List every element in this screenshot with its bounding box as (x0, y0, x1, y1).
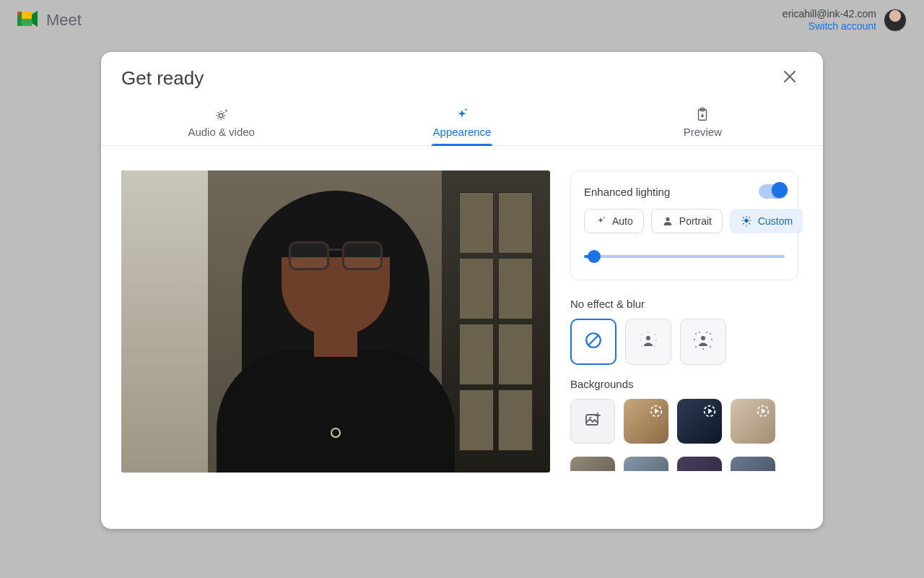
effects-section: No effect & blur (570, 298, 798, 484)
svg-point-13 (640, 340, 641, 341)
backgrounds-title: Backgrounds (570, 378, 798, 390)
svg-point-27 (702, 348, 704, 350)
svg-marker-31 (655, 408, 659, 413)
background-tile[interactable] (677, 457, 722, 471)
settings-sparkle-icon (214, 107, 230, 123)
svg-rect-28 (586, 415, 598, 425)
svg-line-9 (589, 336, 598, 345)
svg-point-21 (694, 339, 695, 340)
svg-marker-35 (762, 408, 766, 413)
svg-point-11 (641, 334, 642, 335)
sparkle-icon (454, 107, 470, 123)
switch-account-link[interactable]: Switch account (783, 20, 876, 33)
svg-point-15 (641, 345, 642, 347)
svg-point-23 (695, 346, 697, 348)
background-tile[interactable] (624, 399, 668, 444)
tab-appearance[interactable]: Appearence (341, 98, 582, 145)
background-tile[interactable] (731, 457, 775, 471)
app-header: Meet ericahill@ink-42.com Switch account (0, 0, 924, 40)
blur-low-icon (637, 329, 659, 354)
svg-point-7 (744, 219, 748, 223)
enhanced-lighting-title: Enhanced lighting (584, 186, 670, 198)
chip-label: Portrait (679, 215, 712, 227)
svg-point-18 (701, 336, 705, 340)
dialog-title: Get ready (121, 67, 204, 90)
enhanced-lighting-toggle[interactable] (759, 184, 785, 199)
person-icon (662, 215, 674, 227)
svg-point-16 (654, 345, 655, 347)
svg-point-24 (710, 346, 711, 348)
slight-blur-tile[interactable] (625, 319, 671, 365)
brand: Meet (17, 9, 82, 31)
upload-background-tile[interactable] (570, 399, 615, 444)
svg-point-12 (654, 334, 655, 335)
tab-audio-video[interactable]: Audio & video (101, 98, 341, 145)
add-image-icon (584, 411, 601, 431)
account-email: ericahill@ink-42.com (783, 8, 876, 20)
background-tile[interactable] (624, 457, 668, 471)
background-tile[interactable] (677, 399, 722, 444)
lighting-custom-chip[interactable]: Custom (730, 209, 803, 233)
chip-label: Auto (612, 215, 633, 227)
blur-high-icon (692, 329, 714, 354)
lighting-portrait-chip[interactable]: Portrait (651, 209, 723, 233)
avatar[interactable] (884, 9, 907, 32)
svg-point-3 (219, 113, 223, 118)
chip-label: Custom (758, 215, 793, 227)
motion-icon (702, 403, 718, 419)
svg-point-25 (699, 332, 700, 333)
tab-label: Appearence (433, 126, 492, 138)
close-icon (783, 69, 796, 87)
motion-icon (648, 403, 664, 419)
lighting-intensity-slider[interactable] (584, 249, 785, 264)
strong-blur-tile[interactable] (680, 319, 726, 365)
tab-preview[interactable]: Preview (583, 98, 823, 145)
svg-point-10 (646, 336, 650, 340)
background-tile[interactable] (731, 399, 775, 444)
get-ready-dialog: Get ready Audio & video (101, 52, 823, 529)
lighting-auto-chip[interactable]: Auto (584, 209, 644, 233)
svg-marker-33 (708, 408, 712, 413)
account-block: ericahill@ink-42.com Switch account (783, 8, 907, 33)
no-effect-icon (584, 331, 603, 353)
svg-point-17 (648, 332, 649, 333)
tabs: Audio & video Appearence Preview (101, 98, 823, 146)
sparkle-icon (595, 215, 606, 227)
tab-label: Audio & video (188, 126, 255, 138)
svg-point-19 (695, 333, 697, 335)
svg-point-6 (666, 217, 669, 221)
svg-point-26 (706, 332, 707, 333)
lightbulb-icon (741, 215, 752, 227)
background-tile[interactable] (570, 457, 615, 471)
clipboard-icon (694, 107, 710, 123)
video-preview (121, 171, 550, 473)
no-effect-tile[interactable] (570, 319, 616, 365)
settings-panel: Enhanced lighting Auto Portrait (570, 171, 803, 503)
enhanced-lighting-card: Enhanced lighting Auto Portrait (570, 171, 798, 280)
svg-point-22 (711, 339, 712, 340)
tab-label: Preview (684, 126, 722, 138)
motion-icon (755, 403, 771, 419)
close-button[interactable] (777, 65, 803, 91)
svg-point-14 (655, 340, 657, 341)
brand-name: Meet (46, 11, 82, 30)
meet-logo-icon (17, 9, 39, 31)
effects-title: No effect & blur (570, 298, 798, 310)
svg-point-29 (590, 417, 592, 419)
svg-point-20 (710, 333, 711, 335)
